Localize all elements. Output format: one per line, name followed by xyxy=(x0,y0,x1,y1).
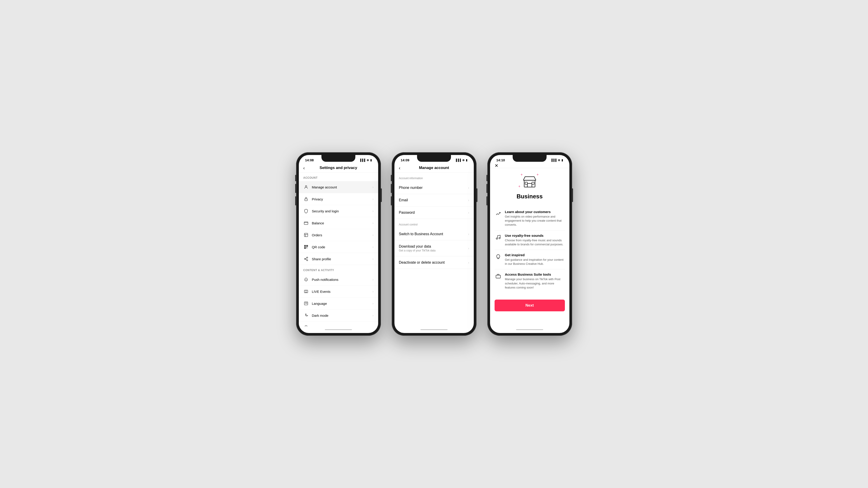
briefcase-icon xyxy=(495,272,502,280)
qrcode-icon xyxy=(303,244,309,250)
feature-item-learn: Learn about your customers Get insights … xyxy=(495,207,565,230)
silent-button xyxy=(295,175,296,181)
power-button xyxy=(381,188,382,202)
deactivate-chevron: › xyxy=(468,261,469,264)
qrcode-label: QR code xyxy=(312,245,373,249)
balance-label: Balance xyxy=(312,221,373,225)
deactivate-label: Deactivate or delete account xyxy=(399,260,468,265)
language-label: Language xyxy=(312,302,373,305)
nav-header-2: ‹ Manage account xyxy=(395,163,474,173)
feature-item-inspired: Get inspired Get guidance and inspiratio… xyxy=(495,250,565,269)
svg-rect-14 xyxy=(304,302,308,305)
share-profile-chevron: › xyxy=(373,257,374,261)
password-chevron: › xyxy=(468,211,469,215)
sidebar-item-manage-account[interactable]: Manage account › xyxy=(299,181,378,193)
svg-point-0 xyxy=(305,186,307,187)
sidebar-item-live-events[interactable]: LIVE Events › xyxy=(299,286,378,297)
status-icons-2: ▐▐▐ ⊜ ▮ xyxy=(455,159,467,162)
manage-item-password[interactable]: Password › xyxy=(395,206,474,219)
dark-mode-icon xyxy=(303,313,309,318)
volume-up-button-3 xyxy=(487,184,487,193)
feature-title-inspired: Get inspired xyxy=(505,253,565,257)
svg-rect-2 xyxy=(304,222,308,225)
screen-content-1: ACCOUNT Manage account › Privacy xyxy=(299,173,378,326)
manage-account-label: Manage account xyxy=(312,185,373,189)
privacy-icon xyxy=(303,196,309,202)
feature-text-suite: Access Business Suite tools Manage your … xyxy=(505,272,565,290)
battery-icon-2: ▮ xyxy=(466,159,467,162)
plus-icon-tl: + xyxy=(521,173,523,177)
next-button[interactable]: Next xyxy=(495,300,565,311)
page-title-1: Settings and privacy xyxy=(320,166,357,170)
back-button-1[interactable]: ‹ xyxy=(303,165,305,170)
feature-desc-inspired: Get guidance and inspiration for your co… xyxy=(505,258,565,266)
status-icons-1: ▐▐▐ ⊜ ▮ xyxy=(360,159,372,162)
notch-2 xyxy=(417,155,451,162)
phone-2: 14:09 ▐▐▐ ⊜ ▮ ‹ Manage account Account i… xyxy=(392,152,476,336)
page-title-2: Manage account xyxy=(419,166,449,170)
account-info-label: Account information xyxy=(395,173,474,182)
close-button-3[interactable]: ✕ xyxy=(495,163,498,168)
sidebar-item-dark-mode[interactable]: Dark mode › xyxy=(299,310,378,322)
feature-text-inspired: Get inspired Get guidance and inspiratio… xyxy=(505,253,565,266)
download-data-label: Download your data xyxy=(399,245,468,249)
feature-desc-learn: Get insights on video performance and en… xyxy=(505,215,565,227)
language-chevron: › xyxy=(373,302,374,305)
feature-desc-suite: Manage your business on TikTok with Post… xyxy=(505,277,565,290)
sidebar-item-share-profile[interactable]: Share profile › xyxy=(299,253,378,265)
security-icon xyxy=(303,208,309,214)
power-button-2 xyxy=(476,188,477,202)
sidebar-item-orders[interactable]: Orders › xyxy=(299,229,378,241)
feature-list: Learn about your customers Get insights … xyxy=(495,207,565,297)
volume-down-button-2 xyxy=(391,196,392,205)
volume-down-button-3 xyxy=(487,196,487,205)
manage-account-icon xyxy=(303,184,309,190)
manage-item-switch-business[interactable]: Switch to Business Account › xyxy=(395,228,474,240)
manage-item-download-data[interactable]: Download your data Get a copy of your Ti… xyxy=(395,240,474,256)
live-events-label: LIVE Events xyxy=(312,290,373,293)
privacy-chevron: › xyxy=(373,197,374,201)
nav-header-3: ✕ xyxy=(490,163,569,168)
sidebar-item-balance[interactable]: Balance › xyxy=(299,217,378,229)
manage-item-deactivate[interactable]: Deactivate or delete account › xyxy=(395,256,474,269)
manage-item-phone[interactable]: Phone number › xyxy=(395,182,474,194)
sidebar-item-qrcode[interactable]: QR code › xyxy=(299,241,378,253)
screen-3: 14:10 ▐▐▐ ⊜ ▮ ✕ + + + xyxy=(490,155,569,333)
home-bar-2 xyxy=(421,329,447,330)
home-indicator-1 xyxy=(299,326,378,333)
sidebar-item-language[interactable]: Language › xyxy=(299,297,378,310)
live-events-icon xyxy=(303,289,309,294)
qrcode-chevron: › xyxy=(373,245,374,249)
home-indicator-3 xyxy=(490,326,569,333)
screen-content-2: Account information Phone number › Email… xyxy=(395,173,474,326)
phone-number-chevron: › xyxy=(468,186,469,190)
password-label: Password xyxy=(399,210,468,215)
sidebar-item-watch-history[interactable]: Watch history › xyxy=(299,322,378,326)
back-button-2[interactable]: ‹ xyxy=(399,165,401,170)
svg-rect-22 xyxy=(532,182,534,184)
account-control-label: Account control xyxy=(395,219,474,228)
sidebar-item-security[interactable]: Security and login › xyxy=(299,205,378,217)
wifi-icon: ⊜ xyxy=(367,159,369,162)
lightbulb-icon xyxy=(495,253,502,260)
svg-rect-13 xyxy=(304,290,308,293)
share-profile-icon xyxy=(303,256,309,262)
account-section-label: ACCOUNT xyxy=(299,173,378,181)
feature-text-sounds: Use royalty-free sounds Choose from roya… xyxy=(505,234,565,247)
feature-desc-sounds: Choose from royalty-free music and sound… xyxy=(505,238,565,247)
email-chevron: › xyxy=(468,198,469,202)
sidebar-item-privacy[interactable]: Privacy › xyxy=(299,193,378,205)
manage-item-email[interactable]: Email › xyxy=(395,194,474,206)
nav-header-1: ‹ Settings and privacy xyxy=(299,163,378,173)
svg-rect-1 xyxy=(305,199,307,201)
signal-icon-3: ▐▐▐ xyxy=(551,159,557,162)
sidebar-item-push-notifications[interactable]: Push notifications › xyxy=(299,273,378,286)
push-notifications-label: Push notifications xyxy=(312,278,373,282)
business-title: Business xyxy=(517,193,543,200)
email-label: Email xyxy=(399,198,468,202)
signal-icon: ▐▐▐ xyxy=(360,159,365,162)
volume-up-button-2 xyxy=(391,184,392,193)
home-bar-3 xyxy=(516,329,543,330)
feature-item-sounds: Use royalty-free sounds Choose from roya… xyxy=(495,230,565,250)
balance-chevron: › xyxy=(373,221,374,225)
